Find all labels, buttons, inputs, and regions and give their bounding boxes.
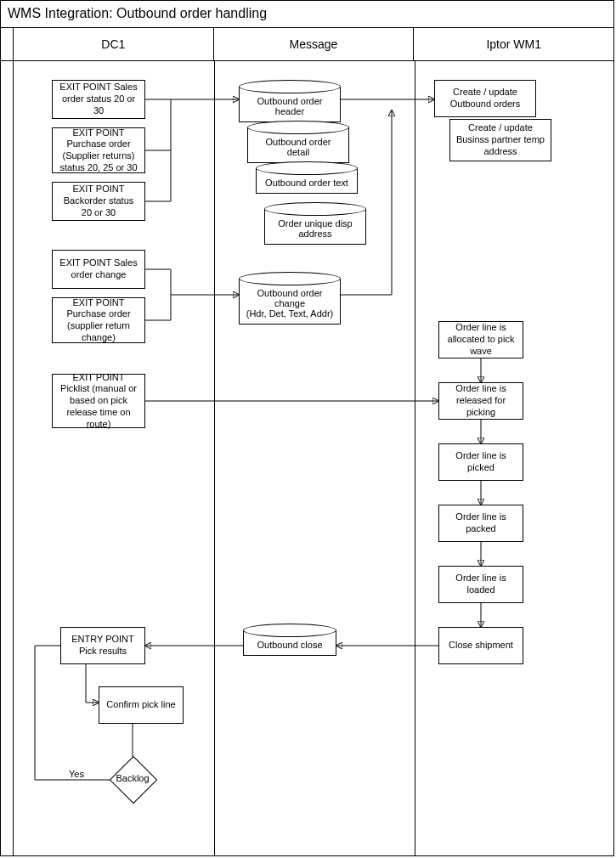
exit-purchase-order: EXIT POINT Purchase order (Supplier retu… [52, 127, 145, 173]
msg-outbound-header: Outbound order header [239, 80, 341, 122]
diagram-frame: WMS Integration: Outbound order handling… [0, 0, 614, 856]
lane-dc1-header: DC1 [13, 28, 213, 60]
msg-outbound-text: Outbound order text [256, 161, 358, 194]
lane-border-2 [415, 61, 415, 856]
exit-sales-change: EXIT POINT Sales order change [52, 250, 145, 289]
msg-outbound-change: Outbound order change (Hdr, Det, Text, A… [239, 272, 341, 325]
confirm-pick-line: Confirm pick line [99, 686, 184, 724]
wm1-step-loaded: Order line is loaded [438, 566, 523, 603]
lane-left-edge [13, 61, 14, 856]
exit-po-return-change: EXIT POINT Purchase order (supplier retu… [52, 297, 145, 343]
msg-outbound-close: Outbound close [243, 624, 336, 656]
wm1-create-bp-addr: Create / update Businss partner temp add… [449, 119, 551, 161]
backlog-decision: Backlog [110, 756, 155, 802]
msg-outbound-detail: Outbound order detail [247, 121, 349, 163]
wm1-step-picked: Order line is picked [438, 443, 523, 481]
exit-backorder: EXIT POINT Backorder status 20 or 30 [52, 182, 145, 221]
lane-border-1 [214, 61, 215, 856]
msg-disp-address: Order unique disp address [264, 202, 366, 245]
wm1-create-orders: Create / update Outbound orders [434, 80, 536, 117]
diagram-title: WMS Integration: Outbound order handling [1, 1, 613, 28]
lane-wm1-header: Iptor WM1 [413, 28, 613, 60]
wm1-step-release: Order line is released for picking [438, 382, 523, 420]
yes-label: Yes [69, 769, 84, 779]
exit-picklist: EXIT POINT Picklist (manual or based on … [52, 374, 145, 428]
entry-pick-results: ENTRY POINT Pick results [60, 627, 145, 664]
lane-message-header: Message [213, 28, 414, 60]
exit-sales-order: EXIT POINT Sales order status 20 or 30 [52, 80, 145, 119]
wm1-step-allocate: Order line is allocated to pick wave [438, 321, 523, 358]
lane-headers: DC1 Message Iptor WM1 [1, 28, 613, 61]
diagram-canvas: Yes EXIT POINT Sales order status 20 or … [1, 61, 613, 856]
wm1-step-packed: Order line is packed [438, 505, 523, 542]
wm1-close-shipment: Close shipment [438, 627, 523, 664]
